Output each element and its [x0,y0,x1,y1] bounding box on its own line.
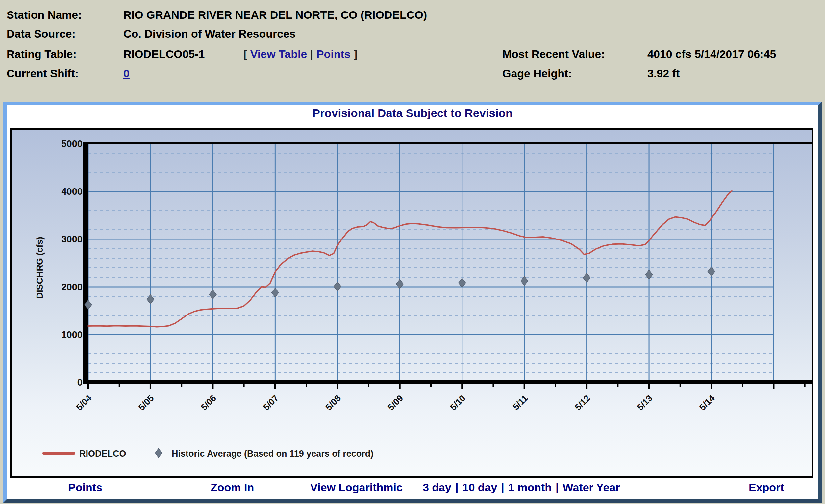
x-axis-label: 5/05 [137,393,156,412]
x-axis-label: 5/11 [511,393,530,412]
bracket-open: [ [243,48,247,60]
toolbar-range-link-water-year[interactable]: Water Year [563,481,620,494]
x-axis-label: 5/10 [448,393,467,412]
x-minor-tick [680,384,681,387]
historic-average-point [272,288,279,297]
y-axis-label: 1000 [61,329,83,340]
data-source-label: Data Source: [7,27,76,40]
legend-historic-average-label: Historic Average (Based on 119 years of … [172,449,373,458]
rating-table-label: Rating Table: [7,48,77,61]
historic-average-point [459,278,466,288]
most-recent-label: Most Recent Value: [502,48,605,61]
rating-table-links: [ View Table | Points ] [243,48,357,61]
historic-average-point [147,295,154,304]
gage-height-label: Gage Height: [502,67,572,80]
x-axis-label: 5/06 [199,393,218,412]
historic-average-point [646,270,653,279]
gage-height-value: 3.92 ft [647,67,680,80]
x-minor-tick [493,384,494,387]
chart-panel: Provisional Data Subject to Revision 5/0… [3,102,822,503]
current-shift-link[interactable]: 0 [123,67,130,80]
y-axis-label: 2000 [61,282,83,292]
x-major-tick [710,384,712,389]
x-minor-tick [742,384,743,387]
x-major-tick [399,384,401,389]
x-axis-label: 5/09 [386,393,405,412]
legend-riodelco-label: RIODELCO [79,449,126,458]
x-major-tick [586,384,588,389]
rating-table-value: RIODELCO05-1 [123,48,205,61]
x-minor-tick [306,384,307,387]
y-axis-label: 5000 [61,139,83,149]
link-separator: | [310,48,313,60]
toolbar-points-link[interactable]: Points [68,481,102,494]
x-major-tick [336,384,338,389]
x-major-tick [212,384,214,389]
toolbar-export-link[interactable]: Export [749,481,784,494]
station-name-label: Station Name: [7,9,82,21]
most-recent-value: 4010 cfs 5/14/2017 06:45 [647,48,776,61]
x-minor-tick [555,384,556,387]
y-axis-label: 4000 [61,186,83,197]
toolbar-range-link-3-day[interactable]: 3 day [423,481,451,494]
historic-average-point [708,267,715,276]
toolbar-range-link-10-day[interactable]: 10 day [462,481,497,494]
x-axis-label: 5/04 [74,393,93,412]
x-minor-tick [617,384,618,387]
historic-average-point [583,273,591,282]
plot-top-border [88,142,812,144]
toolbar-range-link-1-month[interactable]: 1 month [508,481,552,494]
legend-diamond-swatch [155,448,162,457]
historic-average-point [209,290,216,299]
x-minor-tick [243,384,245,387]
x-axis-label: 5/08 [324,393,343,412]
x-major-tick [773,384,774,389]
x-major-tick [274,384,276,389]
y-axis-bar [83,142,88,384]
bracket-close: ] [354,48,357,60]
view-table-link[interactable]: View Table [250,48,307,60]
discharge-chart: 5/045/055/065/075/085/095/105/115/125/13… [11,130,812,476]
x-minor-tick [368,384,369,387]
toolbar-zoom-in-link[interactable]: Zoom In [211,481,254,494]
x-major-tick [461,384,463,389]
x-axis-label: 5/14 [697,393,717,412]
historic-average-point [334,282,341,291]
x-minor-tick [430,384,432,387]
x-minor-tick [804,384,806,387]
range-link-separator: | [497,481,508,494]
y-axis-label: 0 [77,377,83,387]
toolbar-range-links: 3 day|10 day|1 month|Water Year [423,481,620,494]
x-minor-tick [119,384,120,387]
x-axis-label: 5/07 [261,393,280,412]
x-major-tick [150,384,151,389]
chart-plot-area[interactable]: 5/045/055/065/075/085/095/105/115/125/13… [10,128,813,478]
station-name-value: RIO GRANDE RIVER NEAR DEL NORTE, CO (RIO… [123,9,427,21]
current-shift-label: Current Shift: [7,67,79,80]
x-major-tick [524,384,525,389]
x-axis-bar [83,380,812,384]
historic-average-point [521,276,528,286]
range-link-separator: | [451,481,462,494]
x-minor-tick [181,384,182,387]
points-link[interactable]: Points [316,48,351,60]
range-link-separator: | [552,481,563,494]
y-axis-label: 3000 [61,234,83,244]
riodelco-discharge-line [88,191,732,327]
x-axis-label: 5/13 [635,393,654,412]
x-axis-label: 5/12 [573,393,592,412]
chart-title: Provisional Data Subject to Revision [7,106,818,120]
x-major-tick [648,384,650,389]
toolbar-view-log-link[interactable]: View Logarithmic [310,481,403,494]
x-major-tick [87,384,89,389]
data-source-value: Co. Division of Water Resources [123,27,296,40]
y-axis-title: DISCHRG (cfs) [35,236,45,299]
